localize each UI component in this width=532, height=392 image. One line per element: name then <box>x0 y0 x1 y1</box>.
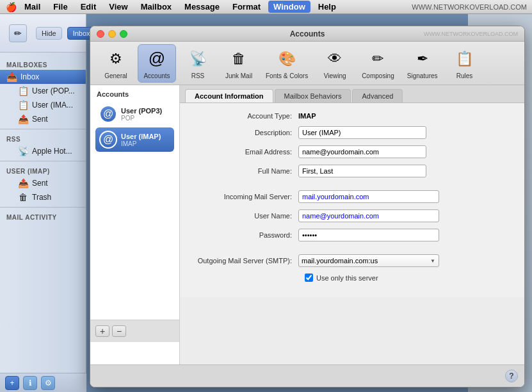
toolbar-viewing[interactable]: 👁 Viewing <box>316 45 354 82</box>
menu-file[interactable]: File <box>48 1 72 13</box>
account-type-label: Account Type: <box>193 112 298 120</box>
inbox-icon: 📥 <box>6 72 17 82</box>
menu-format[interactable]: Format <box>227 1 266 13</box>
remove-account-button[interactable]: − <box>112 325 126 337</box>
pop3-type: POP <box>121 115 162 122</box>
toolbar-junk-mail[interactable]: 🗑 Junk Mail <box>220 45 258 82</box>
fonts-colors-icon: 🎨 <box>275 47 298 70</box>
menu-window[interactable]: Window <box>268 1 310 13</box>
apple-menu[interactable]: 🍎 <box>5 1 17 13</box>
viewing-icon: 👁 <box>323 47 346 70</box>
rules-label: Rules <box>456 72 473 79</box>
incoming-server-row: Incoming Mail Server: <box>193 190 512 203</box>
general-icon: ⚙ <box>104 47 127 70</box>
details-tabs: Account Information Mailbox Behaviors Ad… <box>180 85 524 103</box>
mailbox-info-button[interactable]: ℹ <box>23 376 37 390</box>
close-button[interactable] <box>97 30 104 38</box>
sidebar-divider-1 <box>0 129 86 129</box>
sidebar-item-apple-hot[interactable]: 📡 Apple Hot... <box>0 144 86 158</box>
general-label: General <box>104 72 127 79</box>
minimize-button[interactable] <box>108 30 116 38</box>
rss-toolbar-icon: 📡 <box>186 47 209 70</box>
sidebar-item-inbox[interactable]: 📥 Inbox <box>0 70 86 84</box>
mail-window: ✏ Hide Inbox MAILBOXES 📥 Inbox 📋 User (P… <box>0 14 86 392</box>
compose-button[interactable]: ✏ <box>5 22 31 45</box>
rss-icon: 📡 <box>18 146 28 156</box>
menu-edit[interactable]: Edit <box>76 1 102 13</box>
email-input[interactable] <box>298 145 426 158</box>
apple-hot-label: Apple Hot... <box>32 147 72 156</box>
sidebar-divider-3 <box>0 207 86 208</box>
toolbar-fonts-colors[interactable]: 🎨 Fonts & Colors <box>261 45 313 82</box>
smtp-select[interactable]: mail.yourdomain.com:us <box>298 254 439 267</box>
sidebar: MAILBOXES 📥 Inbox 📋 User (POP... 📋 User … <box>0 53 86 227</box>
tab-advanced[interactable]: Advanced <box>352 89 403 102</box>
accounts-bottombar: ? <box>90 364 524 387</box>
description-label: Description: <box>193 129 298 136</box>
email-row: Email Address: <box>193 145 512 158</box>
imap-type: IMAP <box>121 140 161 147</box>
menu-mail[interactable]: Mail <box>19 1 45 13</box>
use-only-server-label: Use only this server <box>316 274 378 282</box>
smtp-select-wrapper: mail.yourdomain.com:us <box>298 254 439 267</box>
add-mailbox-button[interactable]: + <box>5 376 19 390</box>
account-item-pop3[interactable]: @ User (POP3) POP <box>95 102 174 126</box>
pop3-avatar: @ <box>99 105 117 123</box>
mail-toolbar: ✏ Hide Inbox <box>0 14 86 53</box>
add-account-button[interactable]: + <box>95 325 109 337</box>
sidebar-item-imap-trash[interactable]: 🗑 Trash <box>0 190 86 204</box>
menu-help[interactable]: Help <box>313 1 341 13</box>
account-form: Account Type: IMAP Description: Email Ad… <box>180 103 524 297</box>
use-only-server-checkbox[interactable] <box>305 274 313 282</box>
menu-view[interactable]: View <box>104 1 133 13</box>
tab-account-info[interactable]: Account Information <box>185 89 273 102</box>
menu-mailbox[interactable]: Mailbox <box>136 1 177 13</box>
composing-label: Composing <box>362 72 394 79</box>
account-item-imap[interactable]: @ User (IMAP) IMAP <box>95 127 174 152</box>
password-input[interactable] <box>298 229 439 241</box>
sidebar-item-user-imap[interactable]: 📋 User (IMA... <box>0 98 86 112</box>
trash-icon: 🗑 <box>18 192 28 202</box>
imap-avatar: @ <box>99 131 117 149</box>
sidebar-item-sent[interactable]: 📤 Sent <box>0 112 86 126</box>
password-row: Password: <box>193 229 512 241</box>
help-button[interactable]: ? <box>505 370 518 382</box>
user-imap-label: User (IMA... <box>32 101 73 110</box>
accounts-icon: @ <box>145 47 168 70</box>
sidebar-item-user-pop3[interactable]: 📋 User (POP... <box>0 84 86 98</box>
incoming-server-input[interactable] <box>298 190 439 203</box>
toolbar-rss[interactable]: 📡 RSS <box>179 45 217 82</box>
imap-sent-label: Sent <box>32 179 48 188</box>
mail-activity-title: MAIL ACTIVITY <box>0 210 86 222</box>
toolbar-composing[interactable]: ✏ Composing <box>357 45 399 82</box>
toolbar-general[interactable]: ⚙ General <box>97 45 135 82</box>
account-type-row: Account Type: IMAP <box>193 112 512 120</box>
full-name-row: Full Name: <box>193 165 512 177</box>
sidebar-item-imap-sent[interactable]: 📤 Sent <box>0 176 86 190</box>
signatures-icon: ✒ <box>411 47 434 70</box>
user-pop3-label: User (POP... <box>32 86 74 95</box>
username-input[interactable] <box>298 209 439 222</box>
junk-mail-icon: 🗑 <box>227 47 250 70</box>
rss-section-title: RSS <box>0 132 86 144</box>
toolbar-accounts[interactable]: @ Accounts <box>138 44 176 83</box>
menu-message[interactable]: Message <box>179 1 225 13</box>
description-input[interactable] <box>298 126 426 139</box>
toolbar-signatures[interactable]: ✒ Signatures <box>402 45 443 82</box>
rules-icon: 📋 <box>453 47 476 70</box>
maximize-button[interactable] <box>120 30 127 38</box>
mailboxes-section-title: MAILBOXES <box>0 58 86 70</box>
hide-button[interactable]: Hide <box>36 27 62 40</box>
tab-mailbox-behaviors[interactable]: Mailbox Behaviors <box>275 89 351 102</box>
description-row: Description: <box>193 126 512 139</box>
toolbar-rules[interactable]: 📋 Rules <box>446 45 484 82</box>
accounts-label: Accounts <box>143 72 170 79</box>
window-watermark: WWW.NETWORKOVERLOAD.COM <box>424 31 518 37</box>
imap-icon: 📋 <box>18 100 28 110</box>
pop3-icon: 📋 <box>18 86 28 96</box>
mailbox-settings-button[interactable]: ⚙ <box>41 376 55 390</box>
imap-sent-icon: 📤 <box>18 178 28 188</box>
full-name-input[interactable] <box>298 165 426 177</box>
username-label: User Name: <box>193 212 298 220</box>
inbox-label: Inbox <box>20 72 39 81</box>
